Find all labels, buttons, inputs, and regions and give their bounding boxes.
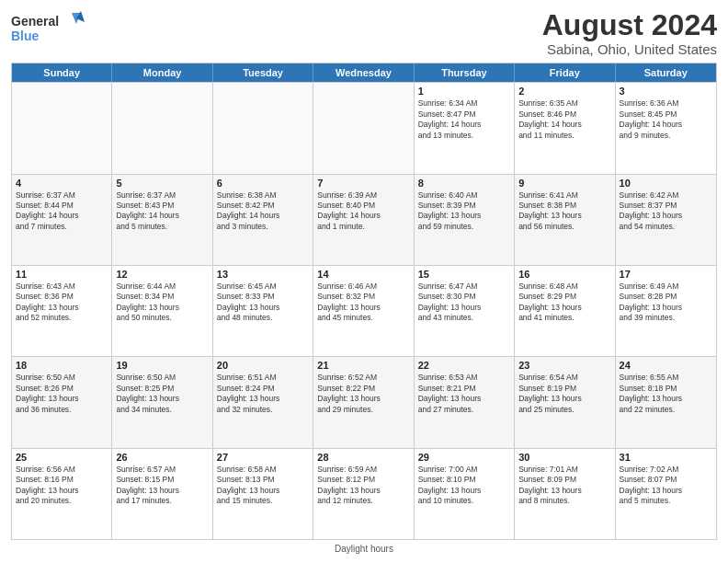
calendar-body: 1Sunrise: 6:34 AM Sunset: 8:47 PM Daylig… xyxy=(12,82,716,539)
cell-info: Sunrise: 7:01 AM Sunset: 8:09 PM Dayligh… xyxy=(518,465,610,507)
calendar-cell: 31Sunrise: 7:02 AM Sunset: 8:07 PM Dayli… xyxy=(616,449,716,539)
calendar-cell: 29Sunrise: 7:00 AM Sunset: 8:10 PM Dayli… xyxy=(415,449,515,539)
day-number: 26 xyxy=(116,452,208,463)
calendar-cell: 3Sunrise: 6:36 AM Sunset: 8:45 PM Daylig… xyxy=(616,83,716,173)
calendar-row-5: 25Sunrise: 6:56 AM Sunset: 8:16 PM Dayli… xyxy=(12,448,716,539)
calendar-cell: 7Sunrise: 6:39 AM Sunset: 8:40 PM Daylig… xyxy=(313,175,414,265)
calendar-cell: 4Sunrise: 6:37 AM Sunset: 8:44 PM Daylig… xyxy=(12,175,112,265)
calendar-row-4: 18Sunrise: 6:50 AM Sunset: 8:26 PM Dayli… xyxy=(12,356,716,447)
day-number: 2 xyxy=(518,86,610,97)
cell-info: Sunrise: 6:54 AM Sunset: 8:19 PM Dayligh… xyxy=(518,373,610,415)
day-number: 30 xyxy=(518,452,610,463)
cell-info: Sunrise: 6:58 AM Sunset: 8:13 PM Dayligh… xyxy=(217,465,309,507)
calendar-cell: 22Sunrise: 6:53 AM Sunset: 8:21 PM Dayli… xyxy=(415,357,515,447)
day-number: 6 xyxy=(217,178,309,189)
day-number: 1 xyxy=(418,86,510,97)
calendar-cell: 8Sunrise: 6:40 AM Sunset: 8:39 PM Daylig… xyxy=(415,175,515,265)
day-number: 16 xyxy=(518,269,610,280)
calendar-cell xyxy=(313,83,414,173)
calendar-cell: 26Sunrise: 6:57 AM Sunset: 8:15 PM Dayli… xyxy=(112,449,212,539)
calendar-cell: 21Sunrise: 6:52 AM Sunset: 8:22 PM Dayli… xyxy=(313,357,414,447)
cell-info: Sunrise: 6:46 AM Sunset: 8:32 PM Dayligh… xyxy=(317,282,409,324)
footer-note: Daylight hours xyxy=(11,544,717,554)
cell-info: Sunrise: 6:56 AM Sunset: 8:16 PM Dayligh… xyxy=(16,465,108,507)
subtitle: Sabina, Ohio, United States xyxy=(542,41,717,57)
cell-info: Sunrise: 6:57 AM Sunset: 8:15 PM Dayligh… xyxy=(116,465,208,507)
cell-info: Sunrise: 6:39 AM Sunset: 8:40 PM Dayligh… xyxy=(317,190,409,233)
cell-info: Sunrise: 6:45 AM Sunset: 8:33 PM Dayligh… xyxy=(217,282,309,324)
cell-info: Sunrise: 6:34 AM Sunset: 8:47 PM Dayligh… xyxy=(418,98,510,141)
cell-info: Sunrise: 6:37 AM Sunset: 8:43 PM Dayligh… xyxy=(116,190,208,233)
calendar-cell: 9Sunrise: 6:41 AM Sunset: 8:38 PM Daylig… xyxy=(515,175,615,265)
day-number: 22 xyxy=(418,360,510,371)
day-number: 8 xyxy=(418,178,510,189)
day-number: 11 xyxy=(16,269,108,280)
calendar-row-1: 1Sunrise: 6:34 AM Sunset: 8:47 PM Daylig… xyxy=(12,82,716,173)
cell-info: Sunrise: 7:02 AM Sunset: 8:07 PM Dayligh… xyxy=(620,465,712,507)
cell-info: Sunrise: 6:47 AM Sunset: 8:30 PM Dayligh… xyxy=(418,282,510,324)
day-number: 19 xyxy=(116,360,208,371)
day-number: 20 xyxy=(217,360,309,371)
calendar-cell: 14Sunrise: 6:46 AM Sunset: 8:32 PM Dayli… xyxy=(313,266,414,356)
calendar-cell: 23Sunrise: 6:54 AM Sunset: 8:19 PM Dayli… xyxy=(515,357,615,447)
logo-svg: General Blue xyxy=(11,9,85,50)
calendar-cell xyxy=(112,83,212,173)
cell-info: Sunrise: 6:41 AM Sunset: 8:38 PM Dayligh… xyxy=(518,190,610,233)
cell-info: Sunrise: 6:50 AM Sunset: 8:26 PM Dayligh… xyxy=(16,373,108,415)
logo: General Blue xyxy=(11,9,85,50)
day-number: 4 xyxy=(16,178,108,189)
cell-info: Sunrise: 6:38 AM Sunset: 8:42 PM Dayligh… xyxy=(217,190,309,233)
calendar-cell: 27Sunrise: 6:58 AM Sunset: 8:13 PM Dayli… xyxy=(213,449,313,539)
header-day-monday: Monday xyxy=(112,63,212,82)
header: General Blue August 2024 Sabina, Ohio, U… xyxy=(11,9,717,57)
day-number: 9 xyxy=(518,178,610,189)
svg-text:Blue: Blue xyxy=(11,29,40,43)
cell-info: Sunrise: 6:59 AM Sunset: 8:12 PM Dayligh… xyxy=(317,465,409,507)
svg-text:General: General xyxy=(11,14,59,29)
calendar-cell xyxy=(12,83,112,173)
header-day-tuesday: Tuesday xyxy=(213,63,313,82)
calendar-cell: 2Sunrise: 6:35 AM Sunset: 8:46 PM Daylig… xyxy=(515,83,615,173)
cell-info: Sunrise: 6:48 AM Sunset: 8:29 PM Dayligh… xyxy=(518,282,610,324)
calendar-cell: 20Sunrise: 6:51 AM Sunset: 8:24 PM Dayli… xyxy=(213,357,313,447)
day-number: 25 xyxy=(16,452,108,463)
cell-info: Sunrise: 6:53 AM Sunset: 8:21 PM Dayligh… xyxy=(418,373,510,415)
day-number: 5 xyxy=(116,178,208,189)
day-number: 7 xyxy=(317,178,409,189)
day-number: 13 xyxy=(217,269,309,280)
calendar-cell: 15Sunrise: 6:47 AM Sunset: 8:30 PM Dayli… xyxy=(415,266,515,356)
day-number: 21 xyxy=(317,360,409,371)
cell-info: Sunrise: 6:42 AM Sunset: 8:37 PM Dayligh… xyxy=(620,190,712,233)
day-number: 28 xyxy=(317,452,409,463)
cell-info: Sunrise: 6:55 AM Sunset: 8:18 PM Dayligh… xyxy=(620,373,712,415)
main-title: August 2024 xyxy=(542,9,717,41)
day-number: 12 xyxy=(116,269,208,280)
day-number: 31 xyxy=(620,452,712,463)
header-day-thursday: Thursday xyxy=(415,63,515,82)
header-day-saturday: Saturday xyxy=(616,63,716,82)
calendar-cell: 16Sunrise: 6:48 AM Sunset: 8:29 PM Dayli… xyxy=(515,266,615,356)
calendar-cell: 19Sunrise: 6:50 AM Sunset: 8:25 PM Dayli… xyxy=(112,357,212,447)
calendar-cell: 13Sunrise: 6:45 AM Sunset: 8:33 PM Dayli… xyxy=(213,266,313,356)
cell-info: Sunrise: 6:37 AM Sunset: 8:44 PM Dayligh… xyxy=(16,190,108,233)
calendar-cell: 25Sunrise: 6:56 AM Sunset: 8:16 PM Dayli… xyxy=(12,449,112,539)
calendar-header: SundayMondayTuesdayWednesdayThursdayFrid… xyxy=(12,63,716,82)
calendar-cell: 11Sunrise: 6:43 AM Sunset: 8:36 PM Dayli… xyxy=(12,266,112,356)
cell-info: Sunrise: 6:51 AM Sunset: 8:24 PM Dayligh… xyxy=(217,373,309,415)
cell-info: Sunrise: 6:49 AM Sunset: 8:28 PM Dayligh… xyxy=(620,282,712,324)
cell-info: Sunrise: 6:35 AM Sunset: 8:46 PM Dayligh… xyxy=(518,98,610,141)
calendar-cell: 18Sunrise: 6:50 AM Sunset: 8:26 PM Dayli… xyxy=(12,357,112,447)
calendar-row-3: 11Sunrise: 6:43 AM Sunset: 8:36 PM Dayli… xyxy=(12,265,716,356)
calendar-cell: 6Sunrise: 6:38 AM Sunset: 8:42 PM Daylig… xyxy=(213,175,313,265)
calendar-cell: 1Sunrise: 6:34 AM Sunset: 8:47 PM Daylig… xyxy=(415,83,515,173)
header-day-sunday: Sunday xyxy=(12,63,112,82)
day-number: 10 xyxy=(620,178,712,189)
cell-info: Sunrise: 6:44 AM Sunset: 8:34 PM Dayligh… xyxy=(116,282,208,324)
calendar-cell: 5Sunrise: 6:37 AM Sunset: 8:43 PM Daylig… xyxy=(112,175,212,265)
cell-info: Sunrise: 6:43 AM Sunset: 8:36 PM Dayligh… xyxy=(16,282,108,324)
title-block: August 2024 Sabina, Ohio, United States xyxy=(542,9,717,57)
calendar-cell xyxy=(213,83,313,173)
calendar-cell: 17Sunrise: 6:49 AM Sunset: 8:28 PM Dayli… xyxy=(616,266,716,356)
day-number: 29 xyxy=(418,452,510,463)
cell-info: Sunrise: 7:00 AM Sunset: 8:10 PM Dayligh… xyxy=(418,465,510,507)
